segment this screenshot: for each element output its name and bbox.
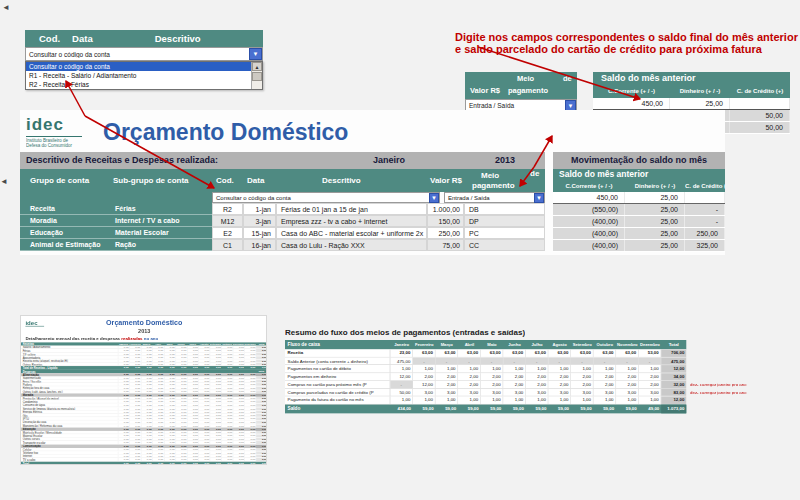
cell-grupo[interactable]: Animal de Estimação (20, 239, 110, 251)
saldo-cell[interactable]: - (685, 204, 725, 215)
scroll-thumb[interactable] (252, 72, 262, 81)
table-row: MoradiaInternet / TV a caboM123-janEmpre… (20, 215, 545, 227)
saldo-cell[interactable]: 450,00 (593, 98, 670, 109)
resumo-cell: 3,00 (571, 389, 594, 396)
mini-cell: 0,00 (141, 462, 153, 465)
resumo-col-month: Setembro (571, 340, 594, 349)
cell-subgrupo[interactable]: Ração (110, 239, 212, 251)
cell-meio[interactable]: DP (464, 215, 545, 227)
saldo-cell[interactable]: 25,00 (625, 216, 685, 227)
resumo-cell: - (481, 357, 504, 364)
col-meio-line1: Meio (481, 171, 499, 180)
dropdown-option[interactable]: Consultar o código da conta (26, 62, 251, 71)
cell-data[interactable]: 1-jan (243, 203, 276, 215)
saldo-cell[interactable]: 250,00 (685, 228, 725, 239)
saldo-cell[interactable]: (400,00) (553, 216, 625, 227)
resumo-cell: 2,00 (616, 381, 639, 388)
table-row: ReceitaFériasR21-janFérias de 01 jan a 1… (20, 203, 545, 215)
resumo-cell: 3,00 (639, 389, 662, 396)
cod-dropdown-list: Consultar o código da contaR1 - Receita … (25, 61, 263, 90)
cell-cod[interactable]: C1 (212, 239, 243, 251)
cell-data[interactable]: 3-jan (243, 215, 276, 227)
col-data: Data (247, 176, 264, 185)
resumo-cell: 53,00 (639, 349, 662, 356)
cell-valor[interactable]: 75,00 (427, 239, 464, 251)
cell-data[interactable]: 16-jan (243, 239, 276, 251)
cell-subgrupo[interactable]: Internet / TV a cabo (110, 215, 212, 227)
cell-descritivo[interactable]: Casa do Lulu - Ração XXX (276, 239, 427, 251)
main-meio-dropdown-arrow-icon[interactable]: ▼ (534, 193, 544, 203)
resumo-cell: 475,00 (390, 357, 413, 364)
saldo-cell[interactable]: 450,00 (553, 192, 625, 203)
saldo-cell[interactable]: 25,00 (625, 192, 685, 203)
cod-dropdown[interactable]: Consultar o código da conta ▼ (25, 47, 263, 61)
saldo-cell[interactable]: 25,00 (670, 98, 730, 109)
cell-descritivo[interactable]: Casa do ABC - material escolar + uniform… (276, 227, 427, 239)
saldo-cell[interactable] (685, 192, 725, 203)
cell-grupo[interactable]: Educação (20, 227, 110, 239)
saldo-col-header: Dinheiro (+ / -) (670, 85, 730, 98)
main-cod-dropdown[interactable]: Consultar o código da conta ▼ (212, 192, 440, 203)
cell-cod[interactable]: E2 (212, 227, 243, 239)
cod-dropdown-value: Consultar o código da conta (26, 51, 249, 58)
main-meio-dropdown[interactable]: Entrada / Saída ▼ (444, 192, 545, 203)
resumo-row: Saldo Anterior (conta corrente + dinheir… (285, 357, 686, 365)
saldo-cell[interactable]: (550,00) (553, 204, 625, 215)
saldo-cell[interactable]: 325,00 (685, 240, 725, 251)
mini-cell: 0,00 (210, 462, 222, 465)
cell-cod[interactable]: R2 (212, 203, 243, 215)
cell-valor[interactable]: 1.000,00 (427, 203, 464, 215)
saldo-cell[interactable]: 25,00 (625, 240, 685, 251)
header-bar-month: Janeiro (373, 152, 405, 169)
mini-cell: 0,00 (198, 462, 210, 465)
scroll-up-icon[interactable]: ▲ (252, 62, 262, 71)
cell-valor[interactable]: 250,00 (427, 227, 464, 239)
cell-grupo[interactable]: Receita (20, 203, 110, 215)
col-descritivo: Descritivo (155, 30, 201, 47)
saldo-cell[interactable]: 50,00 (730, 110, 790, 121)
main-saldo-title: Saldo do mês anterior (553, 169, 725, 180)
resumo-cell: 3,00 (616, 389, 639, 396)
annotation-note: Digite nos campos correspondentes o sald… (455, 31, 798, 55)
saldo-cell[interactable]: (400,00) (553, 240, 625, 251)
main-header-bar: Descritivo de Receitas e Despesas realiz… (20, 152, 545, 169)
saldo-row: (550,00)25,00- (553, 204, 725, 216)
cell-subgrupo[interactable]: Férias (110, 203, 212, 215)
resumo-cell: - (571, 357, 594, 364)
saldo-cell[interactable]: 25,00 (625, 228, 685, 239)
main-cod-dropdown-arrow-icon[interactable]: ▼ (429, 193, 439, 203)
dropdown-option[interactable]: R2 - Receita - Férias (26, 80, 251, 89)
cell-descritivo[interactable]: Empresa zzz - tv a cabo + internet (276, 215, 427, 227)
cell-cod[interactable]: M12 (212, 215, 243, 227)
saldo-cell[interactable]: 25,00 (625, 204, 685, 215)
cell-subgrupo[interactable]: Material Escolar (110, 227, 212, 239)
resumo-cell: 1,00 (571, 396, 594, 403)
resumo-col-month: Julho (526, 340, 549, 349)
resumo-cell: 1,00 (413, 396, 436, 403)
meio-header-line2: pagamento (508, 86, 548, 95)
cell-meio[interactable]: DB (464, 203, 545, 215)
resumo-cell: 63,00 (435, 349, 458, 356)
resumo-cell: - (593, 357, 616, 364)
saldo-cell[interactable] (730, 98, 790, 109)
resumo-col-fluxo: Fluxo de caixa (285, 340, 390, 349)
cell-valor[interactable]: 150,00 (427, 215, 464, 227)
resumo-cell: 2,00 (639, 381, 662, 388)
cell-data[interactable]: 15-jan (243, 227, 276, 239)
cell-meio[interactable]: CC (464, 239, 545, 251)
resumo-row-label: Saldo Anterior (conta corrente + dinheir… (285, 357, 390, 364)
cod-list-scrollbar[interactable]: ▲ (251, 62, 262, 89)
resumo-col-month: Outubro (593, 340, 616, 349)
dropdown-option[interactable]: R1 - Receita - Salário / Adiantamento (26, 71, 251, 80)
resumo-col-month: Maio (481, 340, 504, 349)
saldo-cell[interactable]: 50,00 (730, 122, 790, 133)
saldo-cell[interactable]: (400,00) (553, 228, 625, 239)
saldo-cell[interactable]: - (685, 216, 725, 227)
cell-grupo[interactable]: Moradia (20, 215, 110, 227)
cell-meio[interactable]: PC (464, 227, 545, 239)
resumo-cell: 2,00 (571, 381, 594, 388)
cod-snippet-header: Cod. Data Descritivo (25, 30, 263, 47)
resumo-row: Pagamentos no cartão de débito1,001,001,… (285, 365, 686, 373)
cod-dropdown-arrow-icon[interactable]: ▼ (249, 48, 262, 60)
cell-descritivo[interactable]: Férias de 01 jan a 15 de jan (276, 203, 427, 215)
